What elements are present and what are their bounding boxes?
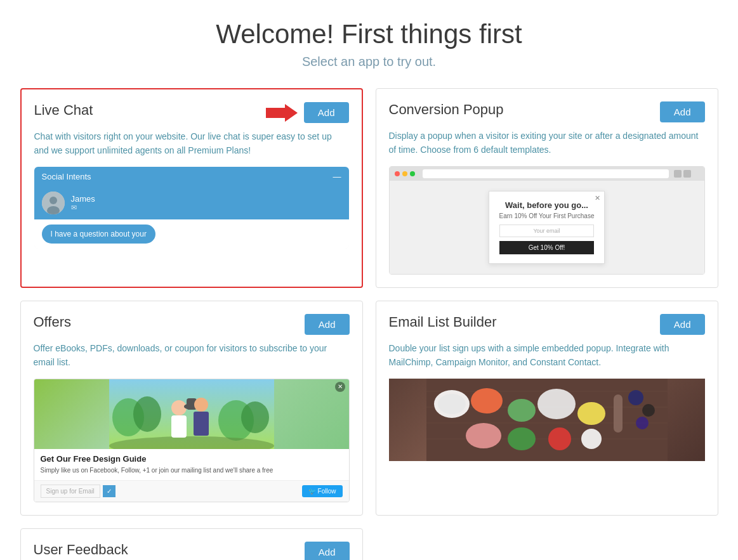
- conversion-popup-preview: ✕ Wait, before you go... Earn 10% Off Yo…: [389, 166, 705, 275]
- browser-controls: [674, 170, 699, 178]
- twitter-follow-button: 🐦 Follow: [302, 485, 343, 497]
- svg-point-25: [537, 389, 576, 419]
- email-list-builder-title: Email List Builder: [389, 314, 497, 330]
- offers-add-button[interactable]: Add: [305, 314, 350, 335]
- svg-point-2: [49, 197, 57, 204]
- live-chat-preview: Social Intents — James ✉: [34, 167, 349, 249]
- offers-image: ✕: [34, 379, 349, 449]
- browser-dot-yellow: [402, 171, 407, 176]
- user-feedback-add-button[interactable]: Add: [305, 542, 350, 560]
- app-grid: Live Chat Add Chat with visitors right o…: [20, 88, 718, 516]
- agent-avatar: [42, 192, 65, 214]
- user-feedback-card: User Feedback Add: [20, 528, 363, 560]
- conversion-popup-header: Conversion Popup Add: [389, 101, 705, 122]
- svg-point-26: [577, 402, 605, 425]
- browser-btn2: [683, 170, 691, 178]
- chat-header-bar: Social Intents —: [34, 167, 349, 186]
- live-chat-description: Chat with visitors right on your website…: [34, 129, 349, 158]
- chat-agent-row: James ✉: [34, 186, 349, 219]
- browser-content: ✕ Wait, before you go... Earn 10% Off Yo…: [390, 181, 704, 274]
- chat-minimize-icon: —: [333, 172, 341, 181]
- svg-point-14: [194, 398, 208, 412]
- svg-marker-0: [266, 104, 298, 122]
- popup-close-icon: ✕: [595, 194, 600, 202]
- svg-point-28: [628, 390, 643, 405]
- conversion-popup-add-button[interactable]: Add: [660, 101, 705, 122]
- conversion-popup-title: Conversion Popup: [389, 101, 504, 118]
- follow-label: Follow: [318, 488, 336, 495]
- email-list-builder-description: Double your list sign ups with a simple …: [389, 341, 705, 370]
- offers-description: Offer eBooks, PDFs, downloads, or coupon…: [34, 341, 350, 370]
- popup-input-row: Your email: [499, 225, 595, 237]
- live-chat-header: Live Chat Add: [34, 102, 349, 123]
- svg-point-33: [548, 427, 571, 450]
- popup-cta-button: Get 10% Off!: [499, 241, 595, 254]
- svg-point-29: [642, 404, 655, 417]
- agent-info: James ✉: [71, 194, 95, 212]
- offers-overlay-text: Simply like us on Facebook, Follow, +1 o…: [41, 466, 343, 475]
- browser-dot-red: [395, 171, 400, 176]
- twitter-icon: 🐦: [308, 488, 316, 495]
- offers-header: Offers Add: [34, 314, 350, 335]
- popup-box: ✕ Wait, before you go... Earn 10% Off Yo…: [489, 191, 605, 264]
- conversion-popup-description: Display a popup when a visitor is exitin…: [389, 129, 705, 157]
- agent-name: James: [71, 194, 95, 204]
- user-feedback-header: User Feedback Add: [34, 542, 350, 560]
- offers-overlay: Get Our Free Design Guide Simply like us…: [34, 449, 349, 480]
- chat-message-bubble: I have a question about your: [42, 225, 155, 244]
- user-feedback-title: User Feedback: [34, 542, 128, 558]
- svg-rect-15: [194, 412, 209, 436]
- svg-point-24: [508, 399, 536, 422]
- offers-title: Offers: [34, 314, 72, 330]
- svg-point-23: [471, 388, 503, 413]
- page-subtitle: Select an app to try out.: [13, 55, 725, 69]
- page-title: Welcome! First things first: [13, 19, 725, 49]
- offers-footer: Sign up for Email ✓ 🐦 Follow: [34, 480, 349, 502]
- browser-btn: [674, 170, 682, 178]
- popup-title: Wait, before you go...: [499, 200, 595, 210]
- live-chat-card: Live Chat Add Chat with visitors right o…: [20, 88, 363, 288]
- popup-email-input: Your email: [499, 225, 595, 237]
- address-bar: [423, 169, 669, 178]
- offers-overlay-title: Get Our Free Design Guide: [41, 454, 343, 464]
- svg-point-31: [466, 423, 501, 448]
- email-signup-button: ✓: [103, 485, 115, 497]
- popup-subtitle: Earn 10% Off Your First Purchase: [499, 212, 595, 219]
- email-fake-input: Sign up for Email: [41, 485, 100, 498]
- live-chat-title: Live Chat: [34, 102, 93, 119]
- offers-preview: ✕ Get Our Free Design Guide Simply like …: [34, 379, 350, 502]
- email-list-builder-header: Email List Builder Add: [389, 314, 705, 335]
- email-list-builder-card: Email List Builder Add Double your list …: [376, 301, 718, 516]
- svg-rect-27: [614, 394, 623, 433]
- svg-rect-11: [171, 415, 187, 438]
- svg-point-32: [508, 427, 536, 450]
- food-image-svg: [389, 379, 705, 461]
- svg-point-6: [133, 396, 161, 432]
- svg-point-22: [438, 394, 466, 414]
- svg-point-30: [636, 417, 649, 429]
- email-signup-row: Sign up for Email ✓: [41, 485, 115, 498]
- svg-point-34: [581, 429, 602, 449]
- svg-point-10: [171, 400, 187, 415]
- agent-email-icon: ✉: [71, 204, 95, 212]
- email-list-builder-add-button[interactable]: Add: [660, 314, 705, 335]
- browser-dot-green: [410, 171, 415, 176]
- offers-card: Offers Add Offer eBooks, PDFs, downloads…: [20, 301, 363, 516]
- bottom-row: User Feedback Add: [20, 528, 718, 560]
- svg-point-8: [241, 401, 269, 433]
- chat-message-area: I have a question about your: [34, 219, 349, 249]
- live-chat-add-button[interactable]: Add: [304, 102, 349, 123]
- offers-image-svg: [109, 379, 274, 449]
- arrow-indicator: [266, 104, 298, 122]
- email-builder-image: [389, 379, 705, 461]
- chat-brand-name: Social Intents: [42, 172, 91, 181]
- preview-close-icon: ✕: [335, 382, 345, 392]
- browser-bar: [390, 167, 704, 181]
- conversion-popup-card: Conversion Popup Add Display a popup whe…: [376, 88, 718, 288]
